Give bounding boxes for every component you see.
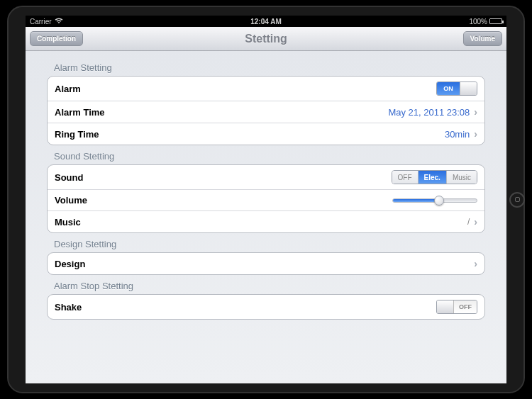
- switch-on-label: ON: [437, 82, 460, 95]
- completion-button[interactable]: Completion: [30, 31, 83, 46]
- home-button[interactable]: [509, 192, 525, 208]
- section-header-stop: Alarm Stop Stetting: [47, 275, 485, 294]
- chevron-right-icon: ›: [474, 216, 477, 227]
- group-stop: Shake OFF: [47, 294, 485, 320]
- switch-knob: [460, 82, 477, 95]
- nav-bar: Completion Stetting Volume: [26, 27, 506, 51]
- page-title: Stetting: [245, 33, 287, 45]
- row-design[interactable]: Design ›: [48, 253, 484, 274]
- alarm-time-label: Alarm Time: [55, 107, 105, 118]
- status-time: 12:04 AM: [250, 18, 282, 26]
- group-sound: Sound OFF Elec. Music Volume Music: [47, 164, 485, 233]
- sound-segmented-control[interactable]: OFF Elec. Music: [392, 170, 477, 184]
- screen: Carrier 12:04 AM 100% Completion Stettin…: [26, 16, 506, 383]
- section-header-alarm: Alarm Stetting: [47, 57, 485, 76]
- settings-content[interactable]: Alarm Stetting Alarm ON Alarm Time May 2…: [26, 51, 506, 383]
- slider-thumb[interactable]: [434, 196, 444, 206]
- row-volume: Volume: [48, 190, 484, 211]
- shake-label: Shake: [55, 302, 82, 313]
- chevron-right-icon: ›: [474, 258, 477, 269]
- music-label: Music: [55, 217, 81, 227]
- row-alarm: Alarm ON: [48, 77, 484, 101]
- ring-time-value: 30min: [445, 129, 470, 140]
- ring-time-label: Ring Time: [55, 129, 99, 140]
- chevron-right-icon: ›: [474, 106, 477, 118]
- seg-music[interactable]: Music: [447, 171, 477, 184]
- section-header-sound: Sound Stetting: [47, 145, 485, 164]
- row-alarm-time[interactable]: Alarm Time May 21, 2011 23:08 ›: [48, 101, 484, 123]
- group-design: Design ›: [47, 252, 485, 275]
- battery-label: 100%: [469, 18, 487, 26]
- seg-off[interactable]: OFF: [392, 171, 419, 184]
- design-label: Design: [55, 259, 85, 269]
- alarm-time-value: May 21, 2011 23:08: [388, 107, 470, 118]
- switch-knob: [437, 300, 454, 313]
- alarm-label: Alarm: [55, 84, 81, 94]
- row-ring-time[interactable]: Ring Time 30min ›: [48, 123, 484, 145]
- shake-switch[interactable]: OFF: [436, 300, 477, 314]
- section-header-design: Design Stetting: [47, 233, 485, 252]
- volume-label: Volume: [55, 195, 87, 206]
- group-alarm: Alarm ON Alarm Time May 21, 2011 23:08 ›…: [47, 76, 485, 145]
- music-value: /: [467, 217, 470, 227]
- wifi-icon: [55, 18, 63, 26]
- row-sound: Sound OFF Elec. Music: [48, 165, 484, 190]
- row-shake: Shake OFF: [48, 295, 484, 319]
- sound-label: Sound: [55, 172, 83, 183]
- row-music[interactable]: Music / ›: [48, 211, 484, 232]
- status-bar: Carrier 12:04 AM 100%: [26, 16, 506, 27]
- seg-elec[interactable]: Elec.: [419, 171, 447, 184]
- alarm-switch[interactable]: ON: [436, 82, 477, 96]
- chevron-right-icon: ›: [474, 128, 477, 140]
- ipad-frame: Carrier 12:04 AM 100% Completion Stettin…: [7, 6, 525, 393]
- home-icon: [515, 197, 520, 202]
- switch-off-label: OFF: [454, 300, 477, 313]
- battery-icon: [489, 18, 502, 24]
- carrier-label: Carrier: [30, 18, 52, 26]
- volume-button[interactable]: Volume: [463, 31, 502, 46]
- volume-slider[interactable]: [392, 198, 477, 203]
